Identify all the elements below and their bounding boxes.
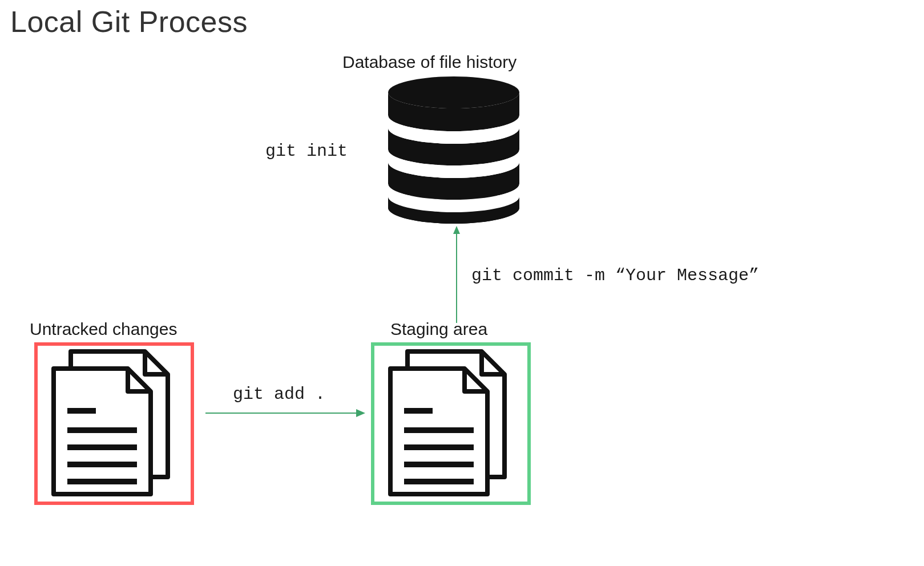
database-label: Database of file history <box>342 52 517 72</box>
add-arrow-icon <box>205 407 365 419</box>
staging-area-label: Staging area <box>390 320 487 339</box>
files-icon <box>48 349 179 498</box>
untracked-box <box>34 342 194 505</box>
files-icon <box>385 349 516 498</box>
untracked-changes-label: Untracked changes <box>30 320 177 339</box>
git-init-command: git init <box>265 142 348 161</box>
commit-arrow-icon <box>451 226 453 323</box>
svg-point-0 <box>388 76 519 108</box>
git-add-command: git add . <box>233 385 325 404</box>
diagram-title: Local Git Process <box>10 5 248 39</box>
svg-marker-3 <box>453 226 460 234</box>
svg-marker-15 <box>356 409 365 417</box>
database-icon <box>382 75 525 224</box>
staging-box <box>371 342 531 505</box>
git-commit-command: git commit -m “Your Message” <box>471 266 759 285</box>
